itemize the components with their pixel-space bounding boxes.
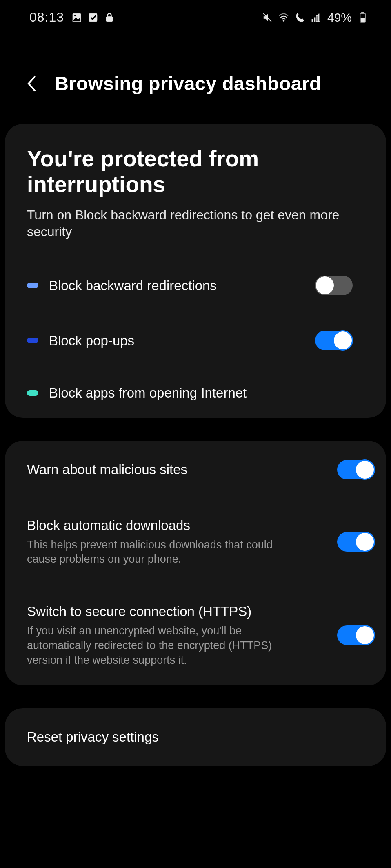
svg-rect-8 [318, 14, 320, 21]
voip-icon [295, 12, 305, 23]
row-divider [305, 329, 305, 351]
svg-point-4 [283, 20, 284, 21]
row-label: Block pop-ups [49, 332, 295, 349]
svg-rect-2 [89, 13, 97, 22]
status-bar: 08:13 49% [0, 0, 391, 32]
hero: You're protected from interruptions Turn… [5, 124, 386, 240]
back-icon[interactable] [24, 75, 40, 92]
row-sublabel: This helps prevent malicious downloads t… [27, 538, 288, 567]
svg-rect-6 [314, 18, 315, 22]
row-block-popups[interactable]: Block pop-ups [27, 313, 364, 368]
status-dot-icon [27, 338, 40, 343]
row-label: Switch to secure connection (HTTPS) If y… [27, 603, 337, 667]
mute-icon [262, 12, 273, 23]
reset-card: Reset privacy settings [5, 708, 386, 766]
row-switch-to-https[interactable]: Switch to secure connection (HTTPS) If y… [5, 585, 386, 685]
status-dot-icon [27, 390, 40, 396]
wifi-icon [278, 12, 289, 23]
row-divider [305, 274, 305, 296]
row-block-apps-opening-internet[interactable]: Block apps from opening Internet [27, 368, 364, 417]
hero-subheading: Turn on Block backward redirections to g… [27, 207, 364, 240]
svg-rect-11 [361, 18, 365, 22]
checkbox-icon [88, 12, 98, 23]
page-title: Browsing privacy dashboard [55, 72, 321, 95]
row-sublabel: If you visit an unencrypted website, you… [27, 624, 288, 667]
toggle-block-popups[interactable] [315, 331, 353, 350]
row-warn-malicious-sites[interactable]: Warn about malicious sites [5, 441, 386, 499]
lock-icon [104, 12, 115, 23]
row-reset-privacy-settings[interactable]: Reset privacy settings [5, 708, 386, 766]
status-left: 08:13 [29, 10, 115, 25]
svg-point-1 [74, 15, 76, 16]
toggle-block-automatic-downloads[interactable] [337, 532, 375, 552]
svg-rect-5 [312, 19, 313, 21]
security-card: Warn about malicious sites Block automat… [5, 441, 386, 686]
photo-icon [71, 12, 82, 23]
toggle-warn-malicious-sites[interactable] [337, 460, 375, 479]
signal-icon [311, 12, 322, 23]
hero-heading: You're protected from interruptions [27, 146, 364, 197]
toggle-block-backward-redirections[interactable] [315, 276, 353, 295]
row-label: Block backward redirections [49, 277, 295, 294]
svg-rect-7 [316, 15, 318, 21]
page-header: Browsing privacy dashboard [0, 32, 391, 124]
battery-icon [358, 12, 368, 23]
interruptions-card: You're protected from interruptions Turn… [5, 124, 386, 418]
battery-percent: 49% [327, 11, 352, 24]
blank-space [0, 789, 391, 868]
row-label: Warn about malicious sites [27, 461, 317, 478]
status-right: 49% [262, 11, 368, 24]
row-divider [327, 459, 327, 481]
svg-rect-3 [106, 16, 112, 21]
row-block-automatic-downloads[interactable]: Block automatic downloads This helps pre… [5, 499, 386, 585]
row-block-backward-redirections[interactable]: Block backward redirections [27, 258, 364, 313]
row-label: Reset privacy settings [27, 729, 159, 744]
toggle-switch-to-https[interactable] [337, 625, 375, 645]
status-dot-icon [27, 283, 40, 288]
status-time: 08:13 [29, 10, 64, 25]
row-label: Block apps from opening Internet [49, 384, 353, 401]
row-label: Block automatic downloads This helps pre… [27, 517, 337, 567]
